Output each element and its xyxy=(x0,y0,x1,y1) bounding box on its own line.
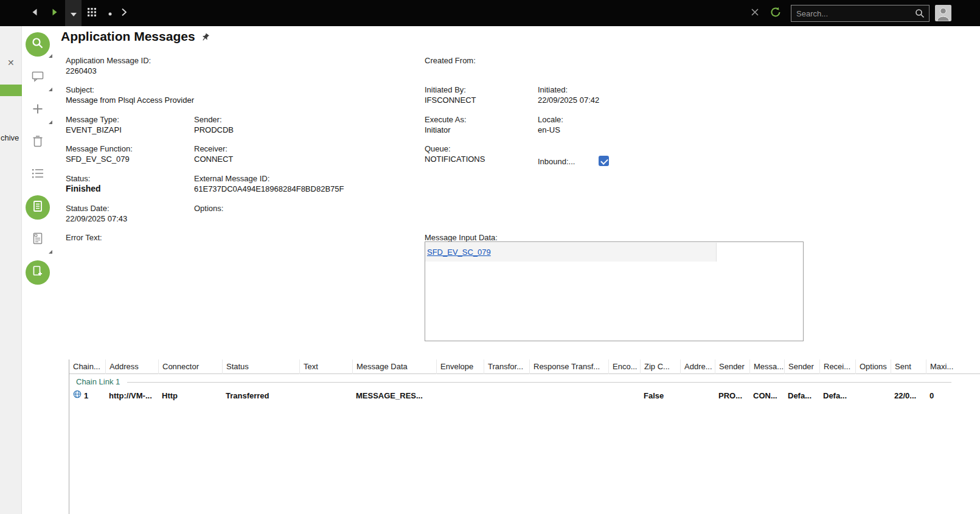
cell-sender[interactable]: PRO... xyxy=(715,389,749,403)
pin-icon[interactable] xyxy=(201,33,210,44)
field-inbound: Inbound:... xyxy=(538,156,575,167)
expand-corner-icon[interactable] xyxy=(49,120,52,124)
cell-max[interactable]: 0 xyxy=(926,389,980,403)
cell-message[interactable]: CON... xyxy=(749,389,784,403)
column-header-transformer[interactable]: Transfor... xyxy=(484,359,529,374)
refresh-button[interactable] xyxy=(767,0,784,26)
field-value: Message from Plsql Access Provider xyxy=(66,95,194,105)
document-plus-icon xyxy=(31,265,44,280)
search-icon[interactable] xyxy=(915,9,925,21)
cell-sent[interactable]: 22/0... xyxy=(891,389,926,403)
field-initiated: Initiated: 22/09/2025 07:42 xyxy=(538,85,599,105)
field-label: Options: xyxy=(194,203,223,214)
field-value: Finished xyxy=(66,184,101,194)
chain-links-table: Chain... Address Connector Status Text M… xyxy=(69,359,980,514)
cell-text[interactable] xyxy=(299,389,352,403)
cell-envelope[interactable] xyxy=(436,389,484,403)
collapsed-side-panel[interactable]: ✕ chive xyxy=(0,26,22,514)
cell-address2[interactable] xyxy=(680,389,715,403)
cell-response-transf[interactable] xyxy=(529,389,608,403)
search-circle-button[interactable] xyxy=(26,32,50,57)
panel-close-icon[interactable]: ✕ xyxy=(7,58,15,68)
next-button[interactable] xyxy=(117,0,131,26)
app-grid-button[interactable] xyxy=(83,0,100,26)
column-header-receiver[interactable]: Recei... xyxy=(819,359,855,374)
column-header-address[interactable]: Address xyxy=(105,359,158,374)
notes-button[interactable] xyxy=(31,71,44,84)
field-value: Initiator xyxy=(425,125,467,135)
field-label: Execute As: xyxy=(425,114,467,125)
column-header-sent[interactable]: Sent xyxy=(891,359,926,374)
cell-status[interactable]: Transferred xyxy=(222,389,299,403)
back-button[interactable] xyxy=(26,0,43,26)
column-header-zip[interactable]: Zip C... xyxy=(640,359,680,374)
field-initiated-by: Initiated By: IFSCONNECT xyxy=(425,85,476,105)
history-dropdown-button[interactable] xyxy=(65,0,82,26)
delete-button[interactable] xyxy=(31,135,44,148)
inbound-checkbox[interactable] xyxy=(599,156,609,166)
expand-corner-icon[interactable] xyxy=(49,88,52,91)
panel-partial-label: chive xyxy=(1,133,19,142)
cell-transformer[interactable] xyxy=(484,389,529,403)
cell-sender2[interactable]: Defa... xyxy=(784,389,819,403)
cell-chain[interactable]: 1 xyxy=(69,389,105,403)
new-record-button[interactable] xyxy=(31,103,44,117)
field-label: Subject: xyxy=(66,85,194,95)
cell-zip[interactable]: False xyxy=(640,389,680,403)
field-value: IFSCONNECT xyxy=(425,95,476,105)
cell-encoding[interactable] xyxy=(608,389,640,403)
column-header-envelope[interactable]: Envelope xyxy=(436,359,484,374)
column-header-options[interactable]: Options xyxy=(855,359,891,374)
column-header-sender2[interactable]: Sender xyxy=(784,359,819,374)
forward-button[interactable] xyxy=(46,0,63,26)
document-view-button-active[interactable] xyxy=(26,195,50,220)
column-header-message-data[interactable]: Message Data xyxy=(352,359,436,374)
message-input-data-row[interactable]: SFD_EV_SC_079 xyxy=(425,243,717,262)
message-input-data-link[interactable]: SFD_EV_SC_079 xyxy=(427,248,491,257)
search-input[interactable] xyxy=(791,5,930,22)
column-header-connector[interactable]: Connector xyxy=(158,359,222,374)
field-label: Created From: xyxy=(425,55,476,66)
message-input-data-box[interactable]: SFD_EV_SC_079 xyxy=(425,241,804,341)
column-header-response-transf[interactable]: Response Transf... xyxy=(529,359,608,374)
field-status: Status: Finished xyxy=(66,173,101,194)
column-header-status[interactable]: Status xyxy=(222,359,299,374)
cell-options[interactable] xyxy=(855,389,891,403)
column-header-chain[interactable]: Chain... xyxy=(69,359,105,374)
column-header-text[interactable]: Text xyxy=(299,359,352,374)
column-header-message[interactable]: Messa... xyxy=(749,359,784,374)
field-subject: Subject: Message from Plsql Access Provi… xyxy=(66,85,194,105)
group-label[interactable]: Chain Link 1 xyxy=(76,376,120,388)
field-value: en-US xyxy=(538,125,563,135)
field-value: NOTIFICATIONS xyxy=(425,154,485,164)
column-header-sender[interactable]: Sender xyxy=(715,359,749,374)
expand-corner-icon[interactable] xyxy=(49,250,52,254)
table-row[interactable]: 1 http://VM-... Http Transferred MESSAGE… xyxy=(69,389,980,403)
list-icon xyxy=(31,167,44,182)
list-view-button[interactable] xyxy=(31,168,44,181)
cell-receiver[interactable]: Defa... xyxy=(819,389,855,403)
cell-connector[interactable]: Http xyxy=(158,389,222,403)
column-header-max[interactable]: Maxi... xyxy=(926,359,980,374)
globe-icon xyxy=(73,389,82,403)
expand-corner-icon[interactable] xyxy=(49,54,52,58)
user-avatar[interactable] xyxy=(935,5,951,21)
field-status-date: Status Date: 22/09/2025 07:43 xyxy=(66,203,127,224)
column-header-encoding[interactable]: Enco... xyxy=(608,359,640,374)
cell-message-data[interactable]: MESSAGE_RES... xyxy=(352,389,436,403)
field-label: Status Date: xyxy=(66,203,127,214)
group-row[interactable]: Chain Link 1 xyxy=(69,376,980,388)
topbar xyxy=(0,0,980,26)
cell-address[interactable]: http://VM-... xyxy=(105,389,158,403)
record-dot-button[interactable] xyxy=(103,0,117,26)
field-sender: Sender: PRODCDB xyxy=(194,114,234,135)
group-divider xyxy=(127,382,951,383)
add-document-button[interactable] xyxy=(26,260,50,285)
column-header-address2[interactable]: Addre... xyxy=(680,359,715,374)
close-window-button[interactable] xyxy=(746,0,763,26)
document-info-button[interactable] xyxy=(31,233,44,246)
field-label: Sender: xyxy=(194,114,234,125)
field-value: SFD_EV_SC_079 xyxy=(66,154,133,164)
field-label: Queue: xyxy=(425,144,485,154)
application-window: { "colors": { "accent_green": "#7ab648",… xyxy=(0,0,980,514)
